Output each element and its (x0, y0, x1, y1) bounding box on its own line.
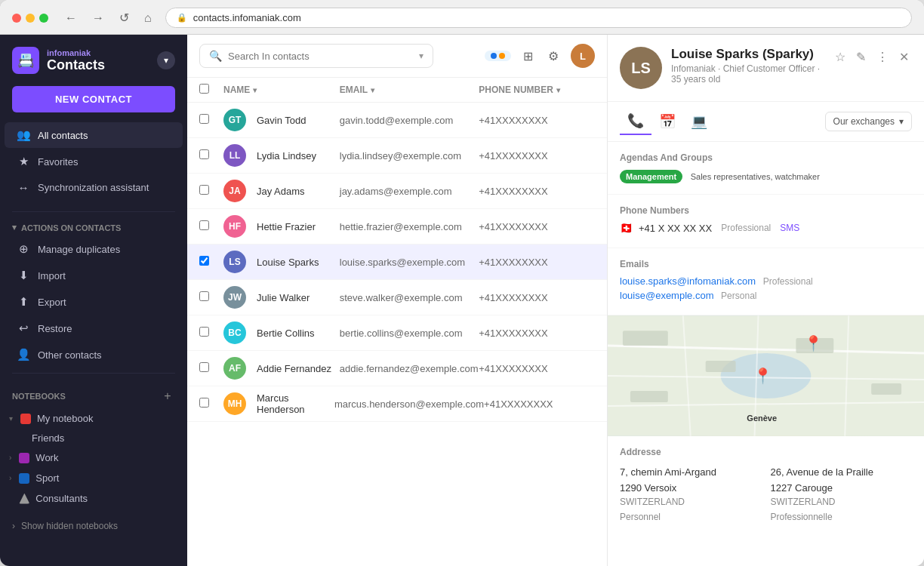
contact-phone: +41XXXXXXXX (479, 186, 595, 197)
sidebar-item-label: Favorites (38, 156, 78, 168)
notebook-my-notebook[interactable]: ▾ My notebook (0, 408, 187, 429)
favorite-button[interactable]: ☆ (832, 47, 849, 67)
contact-avatar: BC (223, 321, 246, 344)
row-checkbox[interactable] (199, 327, 209, 337)
minimize-traffic-light[interactable] (26, 14, 35, 23)
phone-section-title: Phone numbers (620, 205, 912, 216)
sidebar-item-sync-assistant[interactable]: ↔ Synchronization assistant (5, 175, 183, 200)
contact-name-cell: AF Addie Fernandez (223, 357, 340, 380)
tab-phone[interactable]: 📞 (620, 108, 651, 135)
row-checkbox[interactable] (199, 291, 209, 301)
table-row[interactable]: AF Addie Fernandez addie.fernandez@exemp… (187, 351, 607, 386)
email-link-2[interactable]: louise@exemple.com (620, 290, 713, 301)
header-dropdown-button[interactable]: ▾ (157, 51, 175, 69)
sidebar-item-export[interactable]: ⬆ Export (5, 289, 183, 315)
table-row[interactable]: HF Hettie Frazier hettie.frazier@exemple… (187, 209, 607, 245)
contact-name-cell: LL Lydia Lindsey (223, 144, 340, 167)
notebook-consultants[interactable]: › Consultants (0, 488, 187, 509)
notebook-work[interactable]: › Work (0, 448, 187, 468)
table-row[interactable]: GT Gavin Todd gavin.todd@exemple.com +41… (187, 103, 607, 138)
search-bar-container[interactable]: 🔍 ▾ (199, 44, 433, 68)
sidebar-item-import[interactable]: ⬇ Import (5, 263, 183, 288)
contact-name-cell: LS Louise Sparks (223, 251, 340, 273)
search-input[interactable] (228, 51, 413, 62)
table-row[interactable]: LL Lydia Lindsey lydia.lindsey@exemple.c… (187, 138, 607, 174)
notebook-sport[interactable]: › Sport (0, 468, 187, 488)
table-row[interactable]: JA Jay Adams jay.adams@exemple.com +41XX… (187, 174, 607, 209)
edit-button[interactable]: ✎ (853, 47, 869, 67)
map-container[interactable]: 📍 📍 Genève (608, 315, 924, 436)
contact-avatar: LS (223, 251, 246, 273)
contact-list-area: NAME ▾ EMAIL ▾ PHONE NUMBER ▾ (187, 78, 607, 566)
notebooks-divider (12, 373, 175, 374)
col-phone-header[interactable]: PHONE NUMBER ▾ (479, 85, 595, 95)
sidebar-item-all-contacts[interactable]: 👥 All contacts (5, 122, 183, 148)
email-type-2: Personal (721, 291, 756, 301)
map-background: 📍 📍 Genève (608, 315, 924, 436)
row-checkbox[interactable] (199, 398, 209, 408)
row-checkbox[interactable] (199, 220, 209, 230)
sidebar-item-manage-duplicates[interactable]: ⊕ Manage duplicates (5, 236, 183, 262)
address-line-3: 26, Avenue de la Praille (771, 465, 913, 481)
close-panel-button[interactable]: ✕ (896, 47, 912, 67)
table-row[interactable]: LS Louise Sparks louise.sparks@exemple.c… (187, 245, 607, 280)
home-button[interactable]: ⌂ (140, 10, 156, 26)
user-avatar[interactable]: L (571, 44, 595, 68)
lock-icon: 🔒 (177, 13, 187, 23)
notebook-child-friends[interactable]: Friends (0, 429, 187, 448)
contact-name: Jay Adams (257, 186, 340, 197)
fullscreen-traffic-light[interactable] (39, 14, 48, 23)
phone-header-label: PHONE NUMBER (479, 85, 553, 95)
col-email-header[interactable]: EMAIL ▾ (340, 85, 479, 95)
settings-button[interactable]: ⚙ (545, 46, 562, 66)
table-row[interactable]: MH Marcus Henderson marcus.henderson@exe… (187, 386, 607, 422)
row-checkbox[interactable] (199, 114, 209, 124)
management-tag[interactable]: Management (620, 170, 682, 183)
email-row-2: louise@exemple.com Personal (620, 290, 912, 301)
map-city-label: Genève (747, 414, 777, 423)
grid-apps-button[interactable]: ⊞ (520, 46, 536, 66)
search-dropdown-icon[interactable]: ▾ (419, 51, 424, 61)
notebooks-label: NOTEBOOKS (12, 392, 66, 401)
exchanges-dropdown[interactable]: Our exchanges ▾ (825, 112, 912, 131)
contact-phone: +41XXXXXXXX (479, 150, 595, 161)
row-checkbox[interactable] (199, 362, 209, 372)
address-bar[interactable]: 🔒 contacts.infomaniak.com (165, 8, 912, 28)
forward-button[interactable]: → (88, 10, 109, 26)
table-row[interactable]: BC Bertie Collins bertie.collins@exemple… (187, 315, 607, 351)
contact-name-cell: JA Jay Adams (223, 180, 340, 202)
name-sort-icon: ▾ (253, 86, 257, 94)
phone-flag: 🇨🇭 (620, 222, 633, 234)
show-hidden-notebooks[interactable]: › Show hidden notebooks (0, 515, 187, 537)
col-name-header[interactable]: NAME ▾ (223, 85, 340, 95)
refresh-button[interactable]: ↺ (115, 9, 134, 26)
browser-window: ← → ↺ ⌂ 🔒 contacts.infomaniak.com 📇 info… (0, 0, 924, 566)
more-options-button[interactable]: ⋮ (873, 47, 892, 67)
actions-section-header[interactable]: ▾ Actions on contacts (0, 217, 187, 235)
select-all-checkbox[interactable] (199, 84, 209, 94)
sidebar-item-favorites[interactable]: ★ Favorites (5, 149, 183, 174)
tab-calendar[interactable]: 📅 (651, 109, 683, 134)
phone-sort-icon: ▾ (556, 86, 560, 94)
add-notebook-button[interactable]: + (160, 389, 175, 404)
sync-status[interactable] (485, 51, 511, 61)
email-section-title: Emails (620, 259, 912, 269)
sidebar-item-other-contacts[interactable]: 👤 Other contacts (5, 342, 183, 368)
table-row[interactable]: JW Julie Walker steve.walker@exemple.com… (187, 280, 607, 315)
email-row-1: louise.sparks@infomaniak.com Professiona… (620, 275, 912, 287)
sms-link[interactable]: SMS (780, 223, 799, 233)
email-link-1[interactable]: louise.sparks@infomaniak.com (620, 275, 756, 287)
new-contact-button[interactable]: NEW CONTACT (12, 86, 175, 112)
notebooks-header: NOTEBOOKS + (0, 384, 187, 408)
close-traffic-light[interactable] (12, 14, 21, 23)
col-check (199, 84, 223, 96)
sidebar-item-restore[interactable]: ↩ Restore (5, 315, 183, 341)
row-checkbox[interactable] (199, 185, 209, 195)
back-button[interactable]: ← (60, 10, 82, 26)
tab-device[interactable]: 💻 (683, 109, 715, 134)
detail-name: Louise Sparks (Sparky) (671, 47, 823, 62)
other-tag: Sales representatives, watchmaker (691, 172, 820, 181)
phone-section: Phone numbers 🇨🇭 +41 X XX XX XX Professi… (608, 195, 924, 248)
row-checkbox[interactable] (199, 256, 209, 266)
row-checkbox[interactable] (199, 149, 209, 159)
